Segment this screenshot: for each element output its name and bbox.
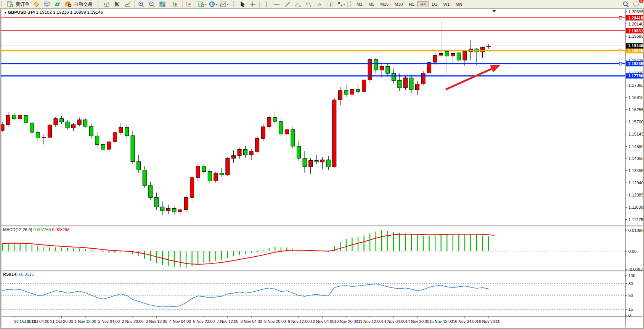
candle-up <box>350 89 354 94</box>
arrows-tool-icon <box>337 1 343 7</box>
candle-up <box>184 197 188 209</box>
candle-down <box>303 158 307 166</box>
timeframe-group: M1M5M15M30H1H4D1W1MN <box>353 1 465 7</box>
zoom-in-icon <box>138 1 145 8</box>
toolbar-grip[interactable] <box>98 1 100 7</box>
trendline-tool[interactable] <box>282 0 293 8</box>
chart-window[interactable]: 1.206951.201401.195851.184751.179201.173… <box>0 8 644 329</box>
clock-icon <box>209 1 215 8</box>
svg-text:31 Oct 20:00: 31 Oct 20:00 <box>50 319 73 324</box>
periods-button[interactable]: ▾ <box>208 0 218 8</box>
candle-up <box>463 51 467 60</box>
candle-up <box>113 133 117 142</box>
text-tool[interactable]: A <box>314 0 325 8</box>
tile-windows-button[interactable] <box>157 0 168 8</box>
line-handle <box>619 62 622 65</box>
candle-down <box>410 78 413 90</box>
price-label: 1.20418 <box>628 16 643 20</box>
candlestick-mode-button[interactable] <box>112 0 122 8</box>
auto-trading-button[interactable] <box>63 0 74 8</box>
signals-button[interactable] <box>52 0 63 8</box>
candle-down <box>131 136 135 161</box>
candle-up <box>261 127 265 139</box>
current-price-label: 1.19146 <box>628 43 643 48</box>
toolbar-grip[interactable] <box>233 1 235 7</box>
zoom-out-button[interactable] <box>146 0 157 8</box>
chart-shift-button[interactable] <box>184 0 194 8</box>
equidistant-channel-tool[interactable]: E <box>293 0 304 8</box>
new-order-button[interactable] <box>5 0 15 8</box>
candle-down <box>291 129 295 146</box>
cursor-tool-button[interactable] <box>237 0 247 8</box>
toolbar-grip[interactable] <box>1 1 3 7</box>
candle-down <box>60 118 64 122</box>
candle-up <box>6 115 10 125</box>
svg-text:1.20140: 1.20140 <box>628 22 643 26</box>
separator <box>196 1 196 8</box>
channel-icon: E <box>295 1 302 7</box>
dropdown-caret-icon: ▾ <box>227 3 228 6</box>
svg-text:1.16810: 1.16810 <box>628 95 643 100</box>
notifications-button[interactable]: 1 <box>631 0 642 8</box>
timeframe-m15[interactable]: M15 <box>377 1 392 7</box>
chart-canvas[interactable]: 1.206951.201401.195851.184751.179201.173… <box>1 9 643 328</box>
candle-down <box>273 118 277 121</box>
vertical-line-icon <box>263 1 269 7</box>
chart-shift-icon <box>186 1 192 7</box>
candle-up <box>362 80 366 91</box>
auto-scroll-button[interactable] <box>170 0 181 8</box>
candle-up <box>190 177 194 197</box>
timeframe-h1[interactable]: H1 <box>406 1 417 7</box>
notification-badge: 1 <box>638 0 644 3</box>
search-button[interactable] <box>620 0 631 8</box>
market-watch-button[interactable] <box>31 0 42 8</box>
text-label-tool[interactable]: T <box>325 0 336 8</box>
timeframe-m5[interactable]: M5 <box>365 1 377 7</box>
separator <box>347 1 348 8</box>
candle-up <box>196 166 200 177</box>
bar-chart-mode-button[interactable] <box>101 0 112 8</box>
svg-text:1.14050: 1.14050 <box>628 156 643 161</box>
svg-text:8 Nov 04:00: 8 Nov 04:00 <box>241 319 262 324</box>
timeframe-m1[interactable]: M1 <box>353 1 365 7</box>
candle-up <box>231 155 235 158</box>
timeframe-mn[interactable]: MN <box>453 1 465 7</box>
trendline-icon <box>284 1 291 7</box>
line-handle <box>619 16 622 19</box>
toolbar-grip[interactable] <box>350 1 352 7</box>
zoom-in-button[interactable] <box>136 0 146 8</box>
svg-text:3 Nov 12:00: 3 Nov 12:00 <box>146 319 167 324</box>
new-chart-button[interactable]: ▾ <box>197 0 208 8</box>
timeframe-d1[interactable]: D1 <box>429 1 440 7</box>
bar-chart-icon <box>103 1 109 7</box>
svg-text:1.20695: 1.20695 <box>628 10 643 14</box>
svg-text:1.14590: 1.14590 <box>628 144 643 149</box>
templates-button[interactable]: ▾ <box>218 0 230 8</box>
line-chart-mode-button[interactable] <box>122 0 133 8</box>
svg-text:1.13495: 1.13495 <box>628 168 643 173</box>
svg-text:1.15145: 1.15145 <box>628 132 643 136</box>
candle-down <box>101 144 105 149</box>
svg-text:15 Nov 12:00: 15 Nov 12:00 <box>429 319 453 324</box>
fibonacci-tool[interactable]: F <box>304 0 314 8</box>
candle-up <box>166 208 170 211</box>
candle-down <box>315 161 318 162</box>
candle-down <box>220 173 223 175</box>
svg-text:1.17365: 1.17365 <box>628 83 643 88</box>
timeframe-m30[interactable]: M30 <box>392 1 406 7</box>
auto-trading-label[interactable]: 自动交易 <box>74 1 92 8</box>
svg-text:1.12385: 1.12385 <box>628 193 643 197</box>
candle-down <box>297 146 301 158</box>
crosshair-tool-button[interactable] <box>247 0 258 8</box>
new-order-label[interactable]: 新订单 <box>16 1 29 8</box>
candle-down <box>202 166 206 171</box>
arrows-tool[interactable]: ▾ <box>336 0 346 8</box>
vertical-line-tool[interactable] <box>261 0 271 8</box>
candle-down <box>36 132 40 138</box>
rsi-label: RSI(14) 66.8515 <box>3 272 34 276</box>
timeframe-h4[interactable]: H4 <box>417 1 429 7</box>
horizontal-line-tool[interactable] <box>271 0 282 8</box>
chart-window-button[interactable] <box>42 0 52 8</box>
timeframe-w1[interactable]: W1 <box>440 1 453 7</box>
svg-text:16 Nov 20:00: 16 Nov 20:00 <box>477 319 501 324</box>
